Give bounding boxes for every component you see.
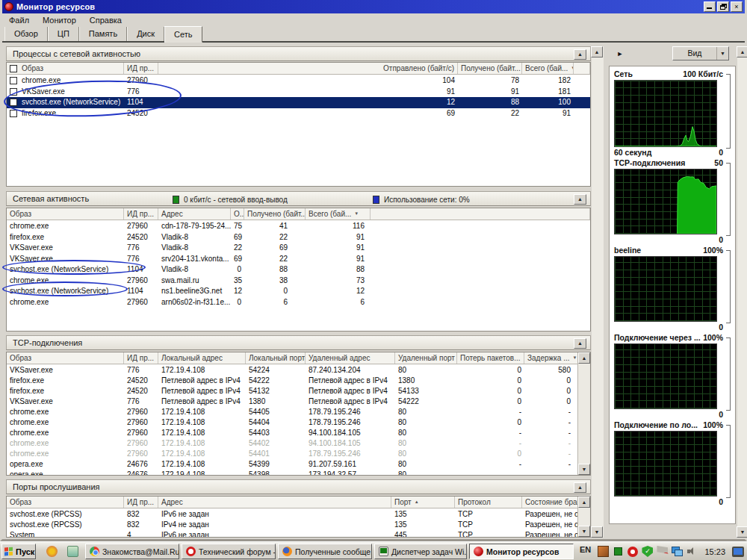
task-button-chrome[interactable]: Знакомства@Mail.Ru ... [85, 544, 179, 559]
chevron-down-icon[interactable]: ▼ [716, 47, 728, 60]
tcp-table-scrollbar[interactable]: ▲ ▼ [577, 352, 590, 475]
main-scrollbar[interactable]: ▲ ▼ [592, 46, 604, 538]
view-button[interactable]: Вид ▼ [672, 46, 729, 60]
column-header[interactable]: Задержка ...▼ [524, 352, 578, 364]
restore-button[interactable] [717, 1, 729, 12]
table-row[interactable]: System 4 IPv6 не задан 445 TCP Разрешен,… [7, 530, 577, 538]
column-header[interactable]: Протокол [455, 497, 522, 508]
task-button-firefox[interactable]: Полученные сообще... [278, 544, 372, 559]
column-header[interactable]: Удаленный адрес [306, 352, 395, 364]
tab-disk[interactable]: Диск [127, 27, 164, 41]
column-header[interactable]: Порт▲ [391, 497, 455, 508]
column-header[interactable]: Образ [7, 497, 124, 508]
column-header[interactable]: Получено (байт... [458, 63, 522, 74]
table-row[interactable]: chrome.exe 27960 cdn-178-79-195-24... 75… [7, 221, 590, 232]
expand-panel-icon[interactable]: ► [612, 47, 628, 60]
tab-overview[interactable]: Обзор [4, 27, 48, 41]
table-row[interactable]: opera.exe 24676 172.19.4.108 54399 91.20… [7, 459, 577, 470]
volume-icon[interactable] [686, 546, 698, 557]
section-header-network-activity[interactable]: Сетевая активность 0 кбит/с - сетевой вв… [6, 191, 591, 206]
table-row[interactable]: firefox.exe 24520 Петлевой адрес в IPv4 … [7, 376, 577, 386]
table-row[interactable]: svchost.exe (RPCSS) 832 IPv4 не задан 13… [7, 520, 577, 530]
section-header-ports[interactable]: Порты прослушивания ▲ [6, 479, 591, 494]
column-header[interactable]: Потерь пакетов... [457, 352, 524, 364]
tray-opera-icon[interactable] [627, 547, 638, 557]
table-row[interactable]: chrome.exe 27960 172.19.4.108 54404 178.… [7, 417, 577, 428]
column-header[interactable]: ИД пр... [124, 352, 158, 364]
graph-panel-scrollbar[interactable]: ▲ ▼ [737, 46, 747, 538]
column-header[interactable]: Всего (бай...▼ [522, 63, 574, 74]
table-row[interactable]: svchost.exe (RPCSS) 832 IPv6 не задан 13… [7, 509, 577, 520]
table-row[interactable]: opera.exe 24676 172.19.4.108 54398 173.1… [7, 470, 577, 476]
tab-cpu[interactable]: ЦП [48, 27, 79, 41]
table-row[interactable]: chrome.exe 27960 104 78 182 [7, 75, 590, 87]
scroll-down-icon[interactable]: ▼ [578, 526, 590, 537]
tab-memory[interactable]: Память [79, 27, 127, 41]
column-header[interactable]: ИД пр... [124, 63, 158, 74]
section-header-tcp[interactable]: TCP-подключения ▲ [6, 335, 591, 350]
scroll-down-icon[interactable]: ▼ [737, 526, 747, 538]
column-header[interactable]: Образ [7, 63, 124, 74]
display-icon[interactable] [732, 547, 744, 557]
select-all-checkbox[interactable] [10, 65, 17, 72]
scroll-up-icon[interactable]: ▲ [578, 497, 590, 508]
quicklaunch-icon-2[interactable] [67, 546, 78, 557]
table-row[interactable]: svchost.exe (NetworkService) 1104 Vladik… [7, 264, 590, 276]
task-button-taskmanager[interactable]: Диспетчер задач Wi... [374, 544, 467, 559]
menu-monitor[interactable]: Монитор [36, 15, 83, 25]
close-button[interactable]: × [731, 1, 743, 12]
ports-table-scrollbar[interactable]: ▲ ▼ [577, 497, 590, 537]
table-row[interactable]: svchost.exe (NetworkService) 1104 12 88 … [7, 97, 590, 108]
column-header[interactable]: Отправлено (байт/с) [158, 63, 458, 74]
tray-app-orange-icon[interactable] [598, 546, 609, 557]
table-row[interactable]: chrome.exe 27960 swa.mail.ru 35 38 73 [7, 276, 590, 287]
table-row[interactable]: VKSaver.exe 776 172.19.4.108 54224 87.24… [7, 365, 577, 376]
table-row[interactable]: chrome.exe 27960 172.19.4.108 54405 178.… [7, 407, 577, 417]
column-header[interactable]: Состояние бран... [522, 497, 578, 508]
scroll-down-icon[interactable]: ▼ [591, 526, 603, 538]
column-header[interactable]: Удаленный порт [395, 352, 457, 364]
column-header[interactable]: Локальный порт [246, 352, 306, 364]
table-row[interactable]: VKSaver.exe 776 91 91 181 [7, 87, 590, 98]
table-row[interactable]: chrome.exe 27960 172.19.4.108 54402 94.1… [7, 438, 577, 449]
quicklaunch-icon-1[interactable] [46, 546, 58, 557]
table-row[interactable]: VKSaver.exe 776 Vladik-8 22 69 91 [7, 243, 590, 254]
collapse-icon[interactable]: ▲ [574, 49, 586, 60]
column-header[interactable]: Адрес [158, 497, 391, 508]
collapse-icon[interactable]: ▲ [574, 482, 586, 493]
column-header[interactable]: Образ [7, 208, 124, 220]
scroll-up-icon[interactable]: ▲ [591, 46, 603, 57]
scroll-up-icon[interactable]: ▲ [737, 46, 747, 57]
collapse-icon[interactable]: ▲ [574, 338, 586, 349]
column-header[interactable]: Адрес [158, 208, 231, 220]
security-alert-flag-icon[interactable] [657, 546, 668, 557]
title-bar[interactable]: Монитор ресурсов × [2, 0, 745, 13]
row-checkbox[interactable] [10, 110, 17, 117]
task-button-opera[interactable]: Технический форум -... [182, 544, 276, 559]
column-header[interactable]: О... [231, 208, 244, 220]
scroll-down-icon[interactable]: ▼ [578, 464, 590, 475]
column-header[interactable]: Всего (бай...▼ [306, 208, 371, 220]
tray-app-green-icon[interactable] [614, 547, 622, 556]
collapse-icon[interactable]: ▲ [574, 194, 586, 205]
table-row[interactable]: chrome.exe 27960 172.19.4.108 54403 94.1… [7, 428, 577, 438]
table-row[interactable]: VKSaver.exe 776 Петлевой адрес в IPv4 13… [7, 396, 577, 407]
table-row[interactable]: VKSaver.exe 776 srv204-131.vkonta... 69 … [7, 254, 590, 265]
table-row[interactable]: firefox.exe 24520 Vladik-8 69 22 91 [7, 232, 590, 243]
column-header[interactable]: Образ [7, 352, 124, 364]
antivirus-shield-icon[interactable]: ✓ [642, 546, 653, 557]
network-icon[interactable] [672, 546, 683, 557]
column-header[interactable]: ИД пр... [124, 208, 158, 220]
column-header[interactable]: ИД пр... [124, 497, 158, 508]
minimize-button[interactable] [704, 1, 716, 12]
task-button-resource-monitor[interactable]: Монитор ресурсов [469, 544, 574, 559]
menu-file[interactable]: Файл [2, 15, 36, 25]
scroll-up-icon[interactable]: ▲ [578, 352, 590, 364]
table-row[interactable]: svchost.exe (NetworkService) 1104 ns1.be… [7, 286, 590, 297]
language-indicator[interactable]: EN [580, 545, 591, 554]
row-checkbox[interactable] [10, 88, 17, 96]
table-row[interactable]: firefox.exe 24520 69 22 91 [7, 108, 590, 119]
table-row[interactable]: chrome.exe 27960 172.19.4.108 54401 178.… [7, 449, 577, 459]
column-header[interactable]: Получено (байт... [244, 208, 306, 220]
row-checkbox[interactable] [10, 99, 17, 106]
